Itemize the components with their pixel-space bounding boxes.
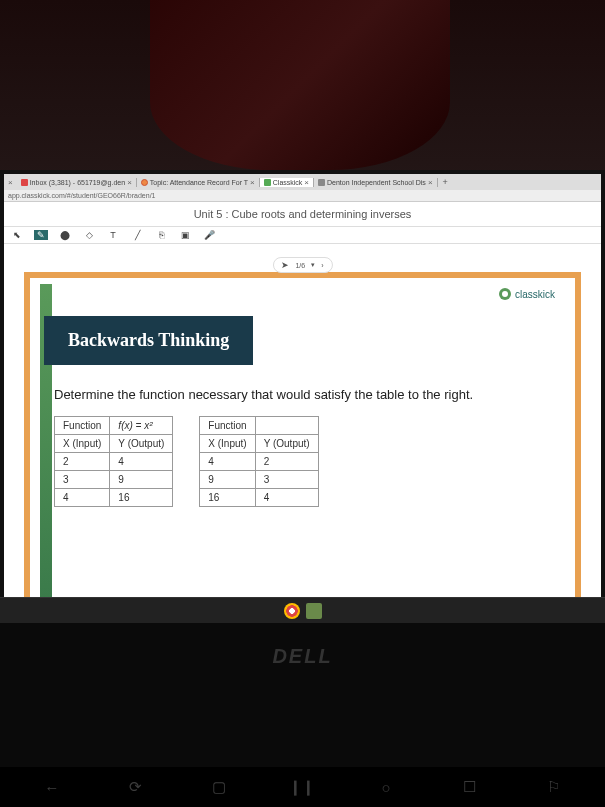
tab-label: Inbox (3,381) - 651719@g.den <box>30 179 125 186</box>
cell: 4 <box>110 453 173 471</box>
cell: Y (Output) <box>255 435 318 453</box>
android-nav-bar: ← ⟳ ▢ ❙❙ ○ ☐ ⚐ <box>0 767 605 807</box>
close-icon[interactable]: × <box>250 178 255 187</box>
link-tool[interactable]: ⎘ <box>154 230 168 240</box>
page-indicator: 1/6 <box>295 262 305 269</box>
chromeos-shelf <box>0 597 605 623</box>
cell: X (Input) <box>55 435 110 453</box>
recent-icon[interactable]: ▢ <box>209 777 229 797</box>
cell: 2 <box>55 453 110 471</box>
close-icon[interactable]: × <box>304 178 309 187</box>
image-tool[interactable]: ▣ <box>178 230 192 240</box>
laptop-screen: × Inbox (3,381) - 651719@g.den × Topic: … <box>0 170 605 612</box>
close-icon[interactable]: × <box>428 178 433 187</box>
cursor-icon: ➤ <box>281 260 289 270</box>
dropdown-icon[interactable]: ▾ <box>311 261 315 269</box>
app-icon[interactable] <box>306 603 322 619</box>
cell: 4 <box>200 453 255 471</box>
table-right: Function X (Input)Y (Output) 42 93 164 <box>199 416 318 507</box>
cell: 4 <box>255 489 318 507</box>
classkick-icon <box>264 179 271 186</box>
tab-label: Topic: Attendance Record For T <box>150 179 248 186</box>
table-left: Functionf(x) = x² X (Input)Y (Output) 24… <box>54 416 173 507</box>
tab-label: Denton Independent School Dis <box>327 179 426 186</box>
function-cell-blank[interactable] <box>255 417 318 435</box>
cell: 2 <box>255 453 318 471</box>
tab-inbox[interactable]: Inbox (3,381) - 651719@g.den × <box>17 178 137 187</box>
site-icon <box>318 179 325 186</box>
cell: Y (Output) <box>110 435 173 453</box>
pointer-tool[interactable]: ⬉ <box>10 230 24 240</box>
function-cell: f(x) = x² <box>110 417 173 435</box>
bookmark-icon[interactable]: ☐ <box>460 777 480 797</box>
tab-label: Classkick <box>273 179 303 186</box>
slide-frame: classkick Backwards Thinking Determine t… <box>24 272 581 612</box>
header-cell: Function <box>55 417 110 435</box>
slide-title: Backwards Thinking <box>44 316 253 365</box>
cell: 16 <box>200 489 255 507</box>
pen-tool[interactable]: ✎ <box>34 230 48 240</box>
pause-icon[interactable]: ❙❙ <box>292 777 312 797</box>
mic-tool[interactable]: 🎤 <box>202 230 216 240</box>
cell: 3 <box>55 471 110 489</box>
tables-row: Functionf(x) = x² X (Input)Y (Output) 24… <box>48 416 557 507</box>
browser-tab-strip: × Inbox (3,381) - 651719@g.den × Topic: … <box>4 174 601 190</box>
page-nav[interactable]: ➤ 1/6 ▾ › <box>272 257 332 273</box>
home-icon[interactable]: ○ <box>376 777 396 797</box>
refresh-icon[interactable]: ⟳ <box>125 777 145 797</box>
gmail-icon <box>21 179 28 186</box>
classkick-app: Unit 5 : Cube roots and determining inve… <box>4 202 601 612</box>
tab-denton[interactable]: Denton Independent School Dis × <box>314 178 438 187</box>
url-bar[interactable]: app.classkick.com/#/student/GEO66R/brade… <box>4 190 601 202</box>
logo-text: classkick <box>515 289 555 300</box>
logo-mark-icon <box>499 288 511 300</box>
cell: 16 <box>110 489 173 507</box>
prompt-text: Determine the function necessary that wo… <box>54 387 557 402</box>
cell: 9 <box>110 471 173 489</box>
canvas-icon <box>141 179 148 186</box>
fabric-shape <box>150 0 450 170</box>
header-cell: Function <box>200 417 255 435</box>
next-page-icon[interactable]: › <box>321 262 323 269</box>
highlighter-tool[interactable]: ⬤ <box>58 230 72 240</box>
slide-content: classkick Backwards Thinking Determine t… <box>30 278 575 606</box>
new-tab-button[interactable]: + <box>438 177 453 187</box>
flag-icon[interactable]: ⚐ <box>543 777 563 797</box>
cell: 3 <box>255 471 318 489</box>
assignment-title: Unit 5 : Cube roots and determining inve… <box>4 202 601 226</box>
text-tool[interactable]: T <box>106 230 120 240</box>
dell-logo: DELL <box>272 645 332 668</box>
chrome-icon[interactable] <box>284 603 300 619</box>
toolbar: ⬉ ✎ ⬤ ◇ T ╱ ⎘ ▣ 🎤 <box>4 226 601 244</box>
tab-classkick[interactable]: Classkick × <box>260 178 314 187</box>
eraser-tool[interactable]: ◇ <box>82 230 96 240</box>
cell: 9 <box>200 471 255 489</box>
back-icon[interactable]: ← <box>42 777 62 797</box>
window-close-icon[interactable]: × <box>4 178 17 187</box>
tab-attendance[interactable]: Topic: Attendance Record For T × <box>137 178 260 187</box>
line-tool[interactable]: ╱ <box>130 230 144 240</box>
close-icon[interactable]: × <box>127 178 132 187</box>
classkick-logo: classkick <box>499 288 555 300</box>
cell: X (Input) <box>200 435 255 453</box>
cell: 4 <box>55 489 110 507</box>
